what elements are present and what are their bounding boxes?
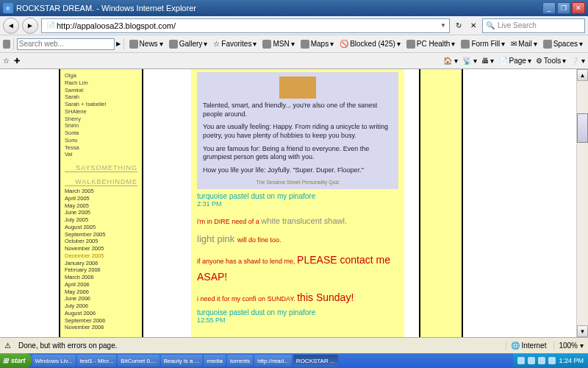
archive-link[interactable]: December 2005 <box>65 252 137 260</box>
tb-favorites[interactable]: ☆ Favorites ▾ <box>211 40 259 48</box>
system-tray[interactable]: 1:24 PM <box>513 353 588 368</box>
taskbar-task[interactable]: http://read... <box>254 355 292 367</box>
archive-link[interactable]: March 2006 <box>65 274 137 281</box>
links-toolbar: ▶ News ▾ Gallery ▾ ☆ Favorites ▾ MSN ▾ M… <box>0 35 588 53</box>
archive-link[interactable]: September 2006 <box>65 317 137 325</box>
post-permalink[interactable]: turquoise pastel dust on my pinafore <box>197 192 398 200</box>
search-icon: 🔍 <box>486 21 495 29</box>
print-button[interactable]: 🖶 ▾ <box>481 57 495 65</box>
friend-link[interactable]: Olga <box>65 72 137 79</box>
archive-link[interactable]: July 2006 <box>65 302 137 310</box>
archive-link[interactable]: September 2005 <box>65 231 137 238</box>
friend-link[interactable]: Tessa <box>65 144 137 152</box>
maximize-button[interactable]: ❐ <box>557 2 570 14</box>
tb-mail[interactable]: ✉ Mail ▾ <box>509 40 539 48</box>
shawl-post: i'm in DIRE need of a white translucent … <box>197 215 398 306</box>
friend-link[interactable]: Shirin <box>65 122 137 130</box>
post-permalink-2[interactable]: turquoise pastel dust on my pinafore <box>197 308 398 316</box>
vertical-scrollbar[interactable]: ▲ ▼ <box>576 69 588 337</box>
forward-button[interactable]: ► <box>22 18 38 34</box>
status-zoom[interactable]: 100% ▾ <box>553 342 584 350</box>
archive-link[interactable]: June 2005 <box>65 209 137 216</box>
friend-link[interactable]: Sarah + Isabelle! <box>65 101 137 108</box>
archive-link[interactable]: July 2005 <box>65 216 137 224</box>
archive-link[interactable]: November 2005 <box>65 245 137 252</box>
taskbar-task[interactable]: torrents <box>227 355 253 367</box>
searchweb-go[interactable]: ▶ <box>116 40 121 47</box>
help-button[interactable]: ❔ ▾ <box>570 57 585 65</box>
tb-formfill[interactable]: Form Fill ▾ <box>459 40 507 49</box>
minimize-button[interactable]: _ <box>542 2 556 14</box>
tb-blocked[interactable]: 🚫 Blocked (425) ▾ <box>337 40 403 48</box>
ie-icon: e <box>3 3 13 13</box>
archive-link[interactable]: November 2006 <box>65 324 137 331</box>
post-time: 2:31 PM <box>197 200 398 208</box>
address-bar[interactable]: 📄 http://appaloosa23.blogspot.com/ ▼ <box>41 18 450 33</box>
archive-link[interactable]: May 2005 <box>65 202 137 210</box>
back-button[interactable]: ◄ <box>3 18 19 34</box>
status-bar: ⚠ Done, but with errors on page. 🌐Intern… <box>0 337 588 353</box>
formfill-icon <box>461 40 470 49</box>
tray-icon[interactable] <box>548 357 556 364</box>
friend-link[interactable]: Sonia <box>65 130 137 137</box>
searchweb-input[interactable] <box>17 38 115 50</box>
archive-link[interactable]: August 2006 <box>65 310 137 317</box>
address-url: http://appaloosa23.blogspot.com/ <box>57 21 176 30</box>
scroll-down-button[interactable]: ▼ <box>577 325 588 337</box>
scroll-up-button[interactable]: ▲ <box>577 69 588 81</box>
window-title: ROCKSTAR DREAM. - Windows Internet Explo… <box>16 4 196 13</box>
taskbar-task[interactable]: test1 - Micr... <box>77 355 117 367</box>
tb-msn[interactable]: MSN ▾ <box>260 40 296 49</box>
clock[interactable]: 1:24 PM <box>559 357 584 364</box>
search-input[interactable]: 🔍 Live Search <box>482 18 585 33</box>
tray-icon[interactable] <box>528 357 535 364</box>
quiz-source-link[interactable]: The Sesame Street Personality Quiz <box>203 180 392 185</box>
friend-link[interactable]: Val <box>65 151 137 158</box>
blog-right-strip <box>419 69 463 337</box>
friend-link[interactable]: Sarah <box>65 93 137 101</box>
archive-link[interactable]: May 2006 <box>65 289 137 296</box>
archive-link[interactable]: February 2006 <box>65 266 137 274</box>
taskbar-task[interactable]: Windows Liv... <box>32 355 76 367</box>
friend-link[interactable]: Rach Lim <box>65 79 137 87</box>
fav-add-icon[interactable]: ✚ <box>14 57 20 65</box>
tray-icon[interactable] <box>538 357 545 364</box>
archive-link[interactable]: June 2006 <box>65 295 137 302</box>
tb-pchealth[interactable]: PC Health ▾ <box>404 40 458 49</box>
archive-link[interactable]: April 2006 <box>65 281 137 289</box>
tb-news[interactable]: News ▾ <box>127 40 165 49</box>
scroll-thumb[interactable] <box>577 113 588 143</box>
refresh-button[interactable]: ↻ <box>453 20 465 32</box>
archive-link[interactable]: April 2005 <box>65 195 137 202</box>
feeds-button[interactable]: 📡 ▾ <box>462 57 477 65</box>
tb-spaces[interactable]: Spaces ▾ <box>541 40 585 49</box>
taskbar-task[interactable]: Beauty is a ... <box>161 355 202 367</box>
friend-link[interactable]: Sonu <box>65 137 137 144</box>
archive-list: March 2005April 2005May 2005June 2005Jul… <box>65 188 137 331</box>
friend-link[interactable]: Sherry <box>65 116 137 123</box>
fav-star-icon[interactable]: ☆ <box>3 57 10 65</box>
home-button[interactable]: 🏠 ▾ <box>443 57 458 65</box>
close-button[interactable]: ✕ <box>572 2 585 14</box>
archive-link[interactable]: October 2005 <box>65 238 137 245</box>
status-text: Done, but with errors on page. <box>18 342 118 350</box>
taskbar-task[interactable]: BitComet 0.... <box>118 355 159 367</box>
tb-gallery[interactable]: Gallery ▾ <box>167 40 210 49</box>
archive-link[interactable]: March 2005 <box>65 188 137 195</box>
taskbar-task[interactable]: media <box>204 355 226 367</box>
tools-menu[interactable]: ⚙ Tools ▾ <box>536 57 566 65</box>
yahoo-icon[interactable] <box>3 40 10 49</box>
archive-link[interactable]: January 2006 <box>65 260 137 267</box>
stop-button[interactable]: ✕ <box>467 20 479 32</box>
tray-icon[interactable] <box>517 357 525 364</box>
start-button[interactable]: ⊞ start <box>0 353 32 368</box>
page-menu[interactable]: 📄 Page ▾ <box>499 57 531 65</box>
address-dropdown-icon[interactable]: ▼ <box>440 22 446 29</box>
archive-link[interactable]: August 2005 <box>65 224 137 231</box>
windows-taskbar: ⊞ start Windows Liv...test1 - Micr...Bit… <box>0 353 588 368</box>
friend-link[interactable]: Samira! <box>65 87 137 94</box>
command-toolbar: ☆ ✚ 🏠 ▾ 📡 ▾ 🖶 ▾ 📄 Page ▾ ⚙ Tools ▾ ❔ ▾ <box>0 53 588 69</box>
friend-link[interactable]: SHAlene <box>65 108 137 116</box>
taskbar-task[interactable]: ROCKSTAR ... <box>293 355 338 367</box>
tb-maps[interactable]: Maps ▾ <box>298 40 336 49</box>
